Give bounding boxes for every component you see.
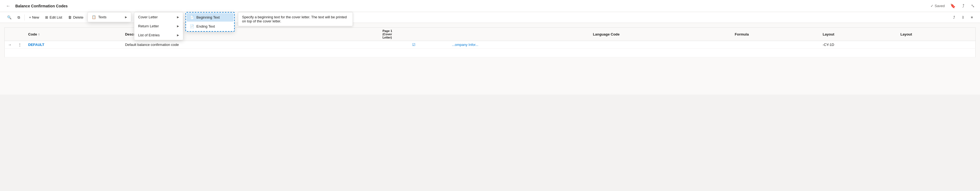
cover-letter-menu: Cover Letter ▶ Return Letter ▶ List of E… xyxy=(134,12,183,40)
filter-icon: ⧚ xyxy=(961,15,965,19)
cell-code[interactable]: DEFAULT xyxy=(25,41,122,49)
return-letter-label: Return Letter xyxy=(138,24,159,28)
col-header-formula[interactable]: Formula xyxy=(731,28,819,41)
cell-company-info: ...ompany Infor... xyxy=(449,41,590,49)
col-header-cover-letter[interactable]: Page 1(CoverLetter) xyxy=(379,28,449,41)
collapse-button[interactable]: ⤡ xyxy=(970,2,975,9)
title-bar: ← Balance Confirmation Codes ✓ Saved 🔖 ⤴… xyxy=(0,0,980,12)
beginning-text-label: Beginning Text xyxy=(196,15,220,19)
delete-label: Delete xyxy=(73,15,83,19)
content-area: Code ↑ Description Page 1(CoverLetter) L… xyxy=(0,23,980,62)
cover-letter-item-entries[interactable]: List of Entries ▶ xyxy=(135,31,183,39)
columns-icon: ≡ xyxy=(971,15,973,19)
texts-icon: 📋 xyxy=(92,15,96,19)
cell-arrow: → xyxy=(5,41,15,49)
editlist-button[interactable]: ⊞ Edit List xyxy=(42,14,65,21)
col-header-code[interactable]: Code ↑ xyxy=(25,28,122,41)
texts-label: Texts xyxy=(98,15,107,19)
toolbar-separator-1 xyxy=(24,14,25,21)
cell-language xyxy=(590,41,732,49)
empty-row xyxy=(5,49,975,57)
saved-indicator: ✓ Saved xyxy=(931,4,945,8)
new-button[interactable]: + New xyxy=(26,14,42,21)
columns-button[interactable]: ≡ xyxy=(968,14,975,21)
col-header-layout1[interactable]: Layout xyxy=(819,28,897,41)
delete-button[interactable]: 🗑 Delete xyxy=(65,14,86,21)
cell-cover-checkbox[interactable]: ☑ xyxy=(379,41,449,49)
table-row: → ⋮ DEFAULT Default balance confirmation… xyxy=(5,41,975,49)
cell-dots[interactable]: ⋮ xyxy=(15,41,25,49)
cover-letter-label: Cover Letter xyxy=(138,15,158,19)
saved-label: Saved xyxy=(935,4,945,8)
ending-text-label: Ending Text xyxy=(196,24,215,28)
new-label: + New xyxy=(29,15,39,19)
texts-chevron-right-icon: ▶ xyxy=(125,16,127,19)
col-header-arrow xyxy=(5,28,15,41)
col-header-layout2[interactable]: Layout xyxy=(897,28,975,41)
cover-letter-chevron-icon: ▶ xyxy=(177,16,179,19)
copy-icon: ⧉ xyxy=(18,15,20,20)
checkbox-checked-icon: ☑ xyxy=(412,43,415,47)
search-icon: 🔍 xyxy=(7,15,11,19)
checkmark-icon: ✓ xyxy=(931,4,934,8)
list-of-entries-chevron-icon: ▶ xyxy=(177,34,179,36)
actions-menu-item-texts[interactable]: 📋 Texts ▶ xyxy=(88,13,130,21)
text-submenu: 📄 Beginning Text 📄 Ending Text xyxy=(185,12,235,32)
cell-description: Default balance confirmation code xyxy=(122,41,379,49)
cover-letter-item-cover[interactable]: Cover Letter ▶ xyxy=(135,13,183,21)
bottom-spacer xyxy=(0,62,980,95)
editlist-icon: ⊞ xyxy=(45,15,48,19)
return-letter-chevron-icon: ▶ xyxy=(177,25,179,28)
share-icon: ⤴ xyxy=(953,15,955,19)
col-header-dots xyxy=(15,28,25,41)
editlist-label: Edit List xyxy=(49,15,62,19)
title-bar-right: ✓ Saved 🔖 ⤴ ⤡ xyxy=(931,2,975,9)
cell-layout2 xyxy=(897,41,975,49)
texts-item-left: 📋 Texts xyxy=(92,15,107,19)
text-submenu-ending[interactable]: 📄 Ending Text xyxy=(186,22,234,31)
cover-letter-item-return[interactable]: Return Letter ▶ xyxy=(135,22,183,30)
col-header-language[interactable]: Language Code xyxy=(590,28,732,41)
title-bar-left: ← Balance Confirmation Codes xyxy=(5,2,68,10)
beginning-text-icon: 📄 xyxy=(190,15,194,19)
share-button[interactable]: ⤴ xyxy=(961,2,966,9)
cell-formula xyxy=(731,41,819,49)
back-button[interactable]: ← xyxy=(5,2,12,10)
list-of-entries-label: List of Entries xyxy=(138,33,160,37)
ending-text-icon: 📄 xyxy=(190,24,194,28)
share-icon-button[interactable]: ⤴ xyxy=(950,14,958,21)
col-header-extra xyxy=(449,28,590,41)
search-button[interactable]: 🔍 xyxy=(5,14,14,21)
copy-button[interactable]: ⧉ xyxy=(15,14,23,21)
text-submenu-beginning[interactable]: 📄 Beginning Text xyxy=(186,13,234,22)
filter-button[interactable]: ⧚ xyxy=(958,14,967,21)
delete-icon: 🗑 xyxy=(68,15,72,19)
page-title: Balance Confirmation Codes xyxy=(15,4,68,8)
bookmark-button[interactable]: 🔖 xyxy=(949,2,957,9)
cell-layout1: -CY-1D xyxy=(819,41,897,49)
actions-dropdown-menu: 📋 Texts ▶ xyxy=(88,12,131,22)
